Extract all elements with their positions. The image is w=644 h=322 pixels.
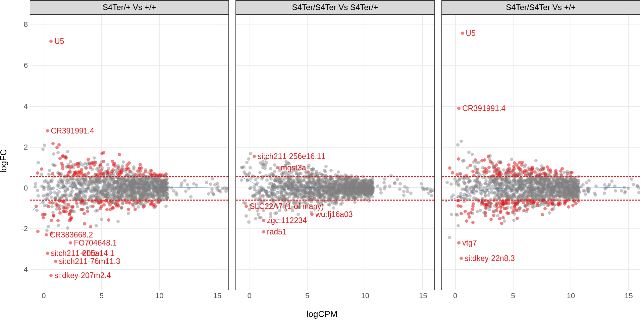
- point: [66, 226, 69, 230]
- point: [192, 182, 196, 185]
- point-significant: [542, 172, 545, 175]
- point-significant: [516, 217, 519, 220]
- point: [496, 214, 499, 217]
- x-tick: 15: [625, 291, 633, 300]
- point: [295, 187, 298, 190]
- point-significant: [468, 215, 471, 219]
- point: [572, 190, 576, 194]
- point: [403, 185, 407, 189]
- point: [119, 196, 122, 199]
- panel-title: S4Ter/S4Ter Vs S4Ter/+: [235, 0, 434, 14]
- gene-label: mgst3a: [281, 163, 306, 172]
- point: [219, 190, 222, 194]
- point: [243, 170, 246, 174]
- gene-label: rad51: [267, 227, 287, 236]
- point-significant: [80, 168, 83, 171]
- point: [56, 151, 60, 154]
- point-significant: [532, 201, 535, 204]
- point: [61, 183, 65, 186]
- point-significant: [139, 163, 142, 166]
- point-labeled: [82, 252, 85, 255]
- point: [60, 179, 63, 183]
- point: [164, 205, 168, 208]
- point: [249, 186, 253, 190]
- point: [383, 177, 386, 181]
- point: [379, 191, 383, 195]
- y-tick: 8: [8, 20, 28, 29]
- point-significant: [112, 163, 115, 166]
- point-significant: [94, 161, 97, 164]
- point: [475, 161, 478, 164]
- point: [45, 229, 49, 232]
- point-significant: [469, 211, 473, 214]
- point: [569, 177, 572, 181]
- point: [476, 177, 479, 180]
- point: [324, 191, 328, 194]
- ma-plot-figure: logFC logCPM S4Ter/+ Vs +/+-4-202468U5CR…: [0, 0, 644, 322]
- point: [367, 186, 370, 190]
- point: [495, 169, 498, 173]
- point-significant: [86, 210, 89, 213]
- point: [186, 183, 189, 186]
- point: [98, 179, 101, 183]
- point: [87, 161, 91, 164]
- point: [457, 224, 460, 227]
- point: [506, 180, 509, 184]
- point: [131, 193, 135, 196]
- point: [245, 214, 248, 218]
- point-significant: [83, 212, 86, 215]
- point: [57, 224, 60, 227]
- point: [115, 188, 118, 191]
- point-significant: [36, 230, 40, 233]
- point: [153, 206, 156, 209]
- point-labeled: [457, 241, 461, 245]
- point: [359, 188, 362, 192]
- point: [189, 195, 193, 199]
- point-significant: [71, 206, 74, 209]
- point: [36, 189, 39, 192]
- point: [60, 196, 63, 199]
- point-significant: [543, 207, 547, 210]
- point: [211, 177, 214, 180]
- point: [95, 192, 98, 196]
- point-significant: [105, 208, 109, 211]
- point: [331, 196, 334, 199]
- point: [294, 194, 297, 198]
- point: [307, 166, 310, 169]
- point: [421, 186, 424, 190]
- point: [283, 189, 286, 193]
- y-tick: -2: [8, 224, 28, 233]
- point: [175, 193, 178, 197]
- point: [257, 213, 260, 216]
- point-significant: [571, 204, 575, 207]
- point: [156, 189, 159, 192]
- point-significant: [511, 169, 515, 172]
- point: [475, 190, 478, 193]
- x-tick: 10: [155, 291, 163, 300]
- point: [43, 180, 46, 183]
- point: [167, 185, 170, 189]
- point: [183, 179, 186, 182]
- point: [170, 186, 173, 190]
- y-tick: -4: [8, 265, 28, 274]
- gene-label: FO704648.1: [74, 238, 117, 248]
- point: [354, 179, 357, 183]
- panels-row: S4Ter/+ Vs +/+-4-202468U5CR391991.4CR383…: [30, 0, 641, 302]
- point-labeled: [461, 32, 464, 35]
- point-significant: [51, 172, 54, 175]
- point: [81, 176, 85, 180]
- point: [449, 182, 453, 186]
- x-tick: 10: [361, 291, 369, 300]
- point-significant: [119, 170, 123, 173]
- point: [534, 193, 537, 197]
- point: [269, 177, 273, 180]
- point: [548, 177, 551, 181]
- point-significant: [498, 217, 501, 220]
- point-significant: [526, 208, 529, 211]
- point: [278, 191, 281, 194]
- point: [483, 191, 487, 194]
- gene-label: vtg7: [462, 238, 477, 248]
- point: [254, 217, 257, 220]
- point: [276, 187, 280, 190]
- point: [510, 206, 513, 209]
